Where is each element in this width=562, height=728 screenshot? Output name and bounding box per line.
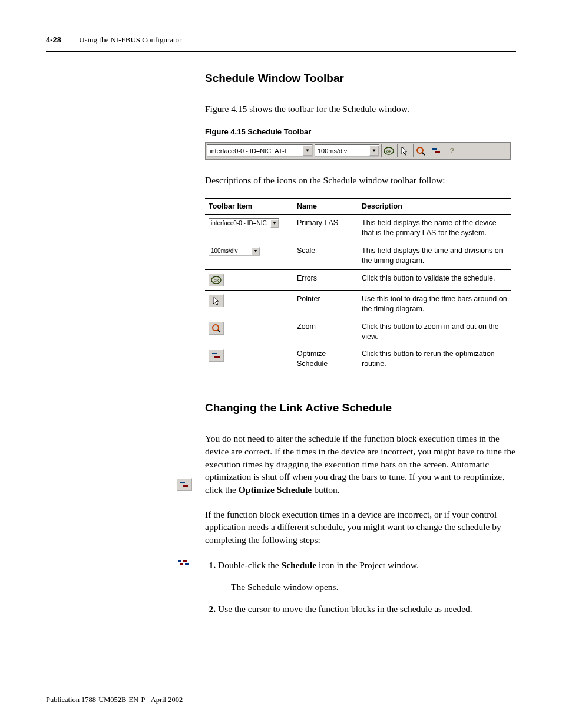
figure-caption: Figure 4.15 Schedule Toolbar [205,127,516,136]
after-figure-paragraph: Descriptions of the icons on the Schedul… [205,174,516,187]
pointer-button[interactable] [397,144,411,157]
scale-cell-combo: 100ms/div ▼ [209,246,260,256]
step1-bold: Schedule [282,560,316,570]
table-cell-name: Zoom [293,318,358,345]
svg-rect-11 [214,356,220,358]
table-cell-name: Optimize Schedule [293,345,358,373]
table-header-desc: Description [358,199,511,215]
errors-button[interactable]: ok [381,144,395,157]
scale-cell-value: 100ms/div [209,247,252,255]
changing-schedule-para2: If the function block execution times in… [205,508,516,546]
table-row: Pointer Use this tool to drag the time b… [205,290,511,318]
svg-line-3 [422,153,425,155]
svg-rect-13 [183,485,188,487]
header-rule [46,51,516,52]
chevron-down-icon[interactable]: ▼ [369,146,379,156]
steps-list: Double-click the Schedule icon in the Pr… [205,558,516,616]
optimize-button[interactable] [429,144,443,157]
scale-combo[interactable]: 100ms/div ▼ [315,144,379,157]
table-cell-desc: Click this button to validate the schedu… [358,269,511,290]
table-cell-name: Errors [293,269,358,290]
table-cell-name: Primary LAS [293,215,358,242]
table-cell-desc: Click this button to rerun the optimizat… [358,345,511,373]
optimize-icon [180,480,189,489]
chevron-down-icon: ▼ [270,219,279,228]
table-cell-desc: This field displays the time and divisio… [358,242,511,270]
table-header-name: Name [293,199,358,215]
step1-sub: The Schedule window opens. [231,580,516,594]
chevron-down-icon[interactable]: ▼ [303,146,312,156]
pointer-icon [212,296,220,305]
margin-schedule-icon [178,558,189,569]
scale-value: 100ms/div [315,147,369,154]
help-button[interactable]: ? [445,144,459,157]
figure-schedule-toolbar: interface0-0 - ID=NIC_AT-F ▼ 100ms/div ▼… [205,142,511,160]
ok-icon: ok [211,276,222,284]
svg-rect-4 [432,148,437,150]
svg-point-8 [213,325,219,331]
svg-rect-10 [212,353,217,354]
help-icon: ? [450,146,455,155]
publication-line: Publication 1788-UM052B-EN-P - April 200… [46,696,183,704]
primary-las-cell-combo: interface0-0 - ID=NIC_AT-F ▼ [209,218,279,228]
step-1: Double-click the Schedule icon in the Pr… [218,558,516,594]
table-cell-name: Scale [293,242,358,270]
step1-text-b: icon in the Project window. [316,560,419,570]
zoom-button[interactable] [413,144,427,157]
table-row: 100ms/div ▼ Scale This field displays th… [205,242,511,270]
primary-las-value: interface0-0 - ID=NIC_AT-F [207,147,303,154]
table-header-item: Toolbar Item [205,199,293,215]
optimize-icon [211,351,221,360]
page-header: 4-28 Using the NI-FBUS Configurator [46,35,516,45]
table-row: Optimize Schedule Click this button to r… [205,345,511,373]
optimize-icon [432,147,441,155]
zoom-icon [416,146,425,156]
table-cell-desc: This field displays the name of the devi… [358,215,511,242]
optimize-cell-button [209,349,224,362]
pointer-cell-button [209,294,224,307]
running-head: Using the NI-FBUS Configurator [79,35,181,45]
step-2: Use the cursor to move the function bloc… [218,602,516,615]
para1-text-b: button. [312,485,339,495]
step1-text-a: Double-click the [218,560,282,570]
svg-text:ok: ok [386,149,391,154]
svg-rect-5 [435,151,440,153]
changing-schedule-para1: You do not need to alter the schedule if… [205,432,516,496]
svg-text:ok: ok [214,278,219,283]
table-row: interface0-0 - ID=NIC_AT-F ▼ Primary LAS… [205,215,511,242]
ok-icon: ok [384,147,394,155]
errors-cell-button: ok [209,274,224,286]
intro-paragraph: Figure 4.15 shows the toolbar for the Sc… [205,103,516,116]
table-cell-name: Pointer [293,290,358,318]
svg-rect-15 [180,563,183,565]
table-row: ok Errors Click this button to validate … [205,269,511,290]
svg-rect-17 [185,563,189,565]
primary-las-cell-value: interface0-0 - ID=NIC_AT-F [209,219,270,228]
para1-bold: Optimize Schedule [239,485,312,495]
zoom-icon [211,324,221,333]
table-cell-desc: Click this button to zoom in and out on … [358,318,511,345]
zoom-cell-button [209,322,224,335]
svg-rect-16 [183,560,187,562]
toolbar-description-table: Toolbar Item Name Description interface0… [205,198,511,373]
primary-las-combo[interactable]: interface0-0 - ID=NIC_AT-F ▼ [207,144,313,157]
margin-optimize-icon [177,478,192,491]
svg-line-9 [218,330,220,332]
section-title-schedule-toolbar: Schedule Window Toolbar [205,72,516,85]
svg-rect-12 [180,482,185,483]
section-title-changing-schedule: Changing the Link Active Schedule [205,401,516,414]
chevron-down-icon: ▼ [252,247,260,255]
page-number: 4-28 [46,35,61,44]
pointer-icon [401,146,409,156]
svg-rect-14 [178,560,181,562]
table-cell-desc: Use this tool to drag the time bars arou… [358,290,511,318]
table-row: Zoom Click this button to zoom in and ou… [205,318,511,345]
svg-point-2 [417,147,423,153]
